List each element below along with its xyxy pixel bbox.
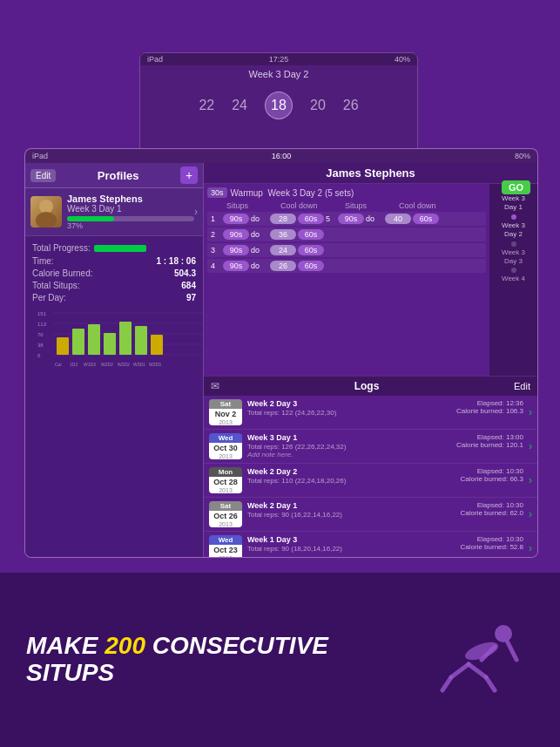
perday-value: 97 bbox=[186, 293, 196, 302]
log-item: Sat Nov 2 2013 Week 2 Day 3 Total reps: … bbox=[204, 396, 537, 430]
time-label: Time: bbox=[32, 256, 54, 266]
svg-line-32 bbox=[442, 677, 451, 690]
workout-table: 30s Warmup Week 3 Day 2 (5 sets) Situps … bbox=[204, 184, 489, 376]
do-label-4: do bbox=[251, 261, 268, 270]
week-num-20[interactable]: 20 bbox=[310, 98, 326, 113]
main-ipad-screen: iPad 16:00 80% Edit Profiles + bbox=[24, 148, 538, 558]
log-workout-1: Week 2 Day 3 bbox=[247, 399, 451, 408]
log-arrow-icon-4[interactable]: › bbox=[529, 508, 532, 520]
right-panel: James Stephens GO 30s Warmup Week 3 Day … bbox=[204, 163, 537, 557]
log-date-5: Oct 23 bbox=[209, 545, 242, 555]
log-year-3: 2013 bbox=[209, 487, 242, 493]
user-name-header: James Stephens bbox=[326, 166, 415, 180]
svg-rect-12 bbox=[57, 337, 69, 355]
log-right-2: Elapsed: 13:00 Calorie burned: 120.1 bbox=[456, 433, 523, 449]
perday-stat-row: Per Day: 97 bbox=[32, 293, 196, 302]
table-columns: Situps Cool down Situps Cool down bbox=[207, 201, 486, 210]
week-num-22[interactable]: 22 bbox=[199, 98, 214, 113]
log-arrow-icon-3[interactable]: › bbox=[529, 474, 532, 486]
time-pill-1: 60s bbox=[298, 214, 324, 224]
log-workout-3: Week 2 Day 2 bbox=[247, 467, 455, 476]
day-item-3[interactable]: Week 3Day 3 bbox=[502, 248, 525, 267]
svg-text:151: 151 bbox=[37, 311, 47, 316]
log-arrow-icon-1[interactable]: › bbox=[529, 406, 532, 418]
week-num-18-active[interactable]: 18 bbox=[265, 92, 293, 119]
log-day-3: Mon bbox=[209, 467, 242, 477]
svg-text:W1D3: W1D3 bbox=[84, 362, 96, 367]
svg-rect-17 bbox=[135, 326, 147, 355]
svg-line-33 bbox=[486, 677, 495, 690]
log-workout-4: Week 2 Day 1 bbox=[247, 501, 455, 510]
log-date-badge-5: Wed Oct 23 2013 bbox=[209, 535, 242, 557]
log-year-4: 2013 bbox=[209, 521, 242, 527]
situps-value: 684 bbox=[181, 281, 196, 290]
log-note-2[interactable]: Add note here. bbox=[247, 451, 451, 458]
logs-edit-button[interactable]: Edit bbox=[514, 381, 530, 391]
row-num-3: 3 bbox=[211, 246, 221, 255]
svg-text:W2D2: W2D2 bbox=[101, 362, 113, 367]
log-item: Wed Oct 30 2013 Week 3 Day 1 Total reps:… bbox=[204, 430, 537, 464]
log-arrow-icon-2[interactable]: › bbox=[529, 440, 532, 452]
edit-button[interactable]: Edit bbox=[30, 169, 56, 182]
day-item-2[interactable]: Week 3Day 2 bbox=[502, 221, 525, 240]
log-workout-2: Week 3 Day 1 bbox=[247, 433, 451, 442]
log-info-4: Week 2 Day 1 Total reps: 90 (16,22,14,16… bbox=[247, 501, 455, 519]
do-label-3: do bbox=[251, 246, 268, 255]
log-date-2: Oct 30 bbox=[209, 443, 242, 453]
day-navigation: Week 3Day 1 Week 3Day 2 Week 3Day 3 Week… bbox=[489, 184, 537, 376]
main-status-bar: iPad 16:00 80% bbox=[25, 149, 537, 163]
day-item-4[interactable]: Week 4 bbox=[502, 275, 525, 283]
val-pill-1: 28 bbox=[270, 214, 296, 224]
log-reps-3: Total reps: 110 (22,24,18,20,26) bbox=[247, 477, 455, 485]
log-info-3: Week 2 Day 2 Total reps: 110 (22,24,18,2… bbox=[247, 467, 455, 485]
do-label-2: do bbox=[251, 230, 268, 239]
workout-header: 30s Warmup Week 3 Day 2 (5 sets) bbox=[207, 187, 486, 198]
svg-rect-14 bbox=[88, 324, 100, 355]
reps-pill-4: 90s bbox=[223, 261, 249, 271]
profile-item[interactable]: James Stephens Week 3 Day 1 37% › bbox=[25, 188, 203, 236]
total-progress-row: Total Progress: bbox=[32, 243, 196, 253]
top-ipad-screen: iPad 17:25 40% Week 3 Day 2 22 24 18 20 … bbox=[139, 52, 418, 157]
stats-section: Total Progress: Time: 1 : 18 : 06 Calori… bbox=[25, 236, 203, 557]
svg-text:113: 113 bbox=[37, 322, 47, 327]
day-item-1[interactable]: Week 3Day 1 bbox=[502, 194, 525, 213]
log-arrow-icon-5[interactable]: › bbox=[529, 542, 532, 554]
time-pill-1b: 60s bbox=[413, 214, 439, 224]
svg-text:W2D2: W2D2 bbox=[118, 362, 130, 367]
go-button[interactable]: GO bbox=[502, 180, 530, 194]
svg-text:76: 76 bbox=[37, 332, 44, 337]
svg-line-31 bbox=[508, 642, 516, 660]
reps-pill-1b: 90s bbox=[338, 214, 364, 224]
do-label-1: do bbox=[251, 214, 268, 223]
main-device-label: iPad bbox=[32, 152, 48, 160]
svg-point-26 bbox=[495, 625, 512, 642]
warmup-badge: 30s bbox=[207, 187, 227, 198]
calorie-value: 504.3 bbox=[174, 268, 196, 278]
main-content: Edit Profiles + James Stephens Week 3 Da… bbox=[25, 163, 537, 557]
val-pill-4: 26 bbox=[270, 261, 296, 271]
log-day-2: Wed bbox=[209, 433, 242, 443]
log-item: Sat Oct 26 2013 Week 2 Day 1 Total reps:… bbox=[204, 498, 537, 532]
svg-text:W3D1: W3D1 bbox=[133, 362, 145, 367]
day-dot-3 bbox=[511, 241, 516, 247]
log-calorie-2: Calorie burned: 120.1 bbox=[456, 441, 523, 449]
log-elapsed-4: Elapsed: 10:30 bbox=[461, 501, 524, 509]
total-progress-bar bbox=[94, 245, 146, 252]
time-stat-row: Time: 1 : 18 : 06 bbox=[32, 256, 196, 266]
logs-header: ✉ Logs Edit bbox=[204, 376, 537, 396]
svg-rect-18 bbox=[151, 335, 163, 355]
svg-point-0 bbox=[39, 200, 53, 214]
bar-chart: 151 113 76 38 0 bbox=[37, 309, 203, 378]
promo-line1: MAKE 200 CONSECUTIVE bbox=[26, 633, 429, 660]
logs-icon: ✉ bbox=[211, 380, 219, 392]
week-num-24[interactable]: 24 bbox=[232, 98, 247, 113]
add-profile-button[interactable]: + bbox=[180, 166, 198, 184]
log-calorie-4: Calorie burned: 62.0 bbox=[461, 509, 524, 517]
calorie-stat-row: Calorie Burned: 504.3 bbox=[32, 268, 196, 278]
logs-title: Logs bbox=[354, 380, 380, 392]
log-right-3: Elapsed: 10:30 Calorie burned: 66.3 bbox=[461, 467, 524, 483]
log-calorie-1: Calorie burned: 106.3 bbox=[456, 407, 523, 415]
table-row: 4 90s do 26 60s bbox=[207, 259, 486, 273]
top-battery-label: 40% bbox=[395, 55, 410, 64]
week-num-26[interactable]: 26 bbox=[343, 98, 359, 113]
